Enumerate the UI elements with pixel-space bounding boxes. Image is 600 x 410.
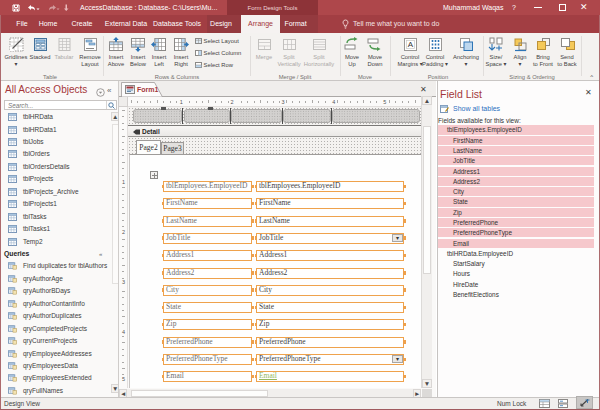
svg-text:A: A	[407, 40, 413, 49]
